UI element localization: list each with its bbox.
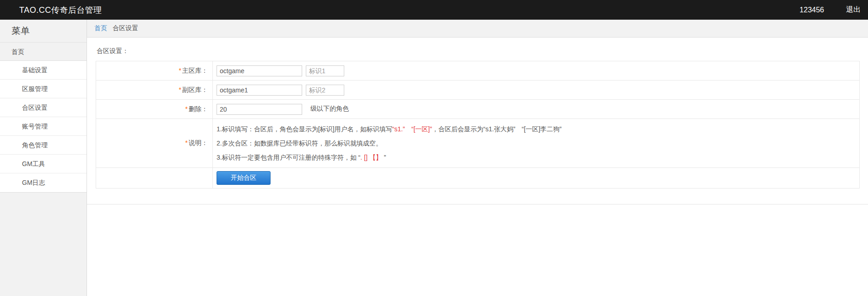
secondary-db-row: *副区库： (96, 81, 860, 100)
required-asterisk: * (179, 86, 181, 93)
start-merge-button[interactable]: 开始合区 (217, 171, 271, 185)
app-title: TAO.CC传奇后台管理 (19, 5, 102, 16)
primary-db-input[interactable] (217, 65, 302, 76)
user-account-link[interactable]: 123456 (800, 6, 824, 14)
main-content: 首页 合区设置 合区设置： *主区库： *副区库： (87, 20, 868, 296)
sidebar: 菜单 首页 基础设置 区服管理 合区设置 账号管理 角色管理 GM工具 GM日志 (0, 20, 87, 296)
delete-value-cell: 级以下的角色 (213, 100, 860, 119)
primary-db-label-cell: *主区库： (96, 61, 213, 81)
secondary-tag-input[interactable] (306, 85, 344, 96)
note-line-3: 3.标识符一定要包含用户不可注册的特殊字符，如 “. [] 【】 ” (217, 153, 859, 162)
note-line-1: 1.标识填写：合区后，角色会显示为[标识]用户名，如标识填写“s1.” “[一区… (217, 124, 859, 134)
note-highlight-segment: “s1.” (392, 125, 405, 133)
logout-link[interactable]: 退出 (846, 5, 861, 15)
note-text-segment (405, 125, 411, 133)
submit-label-cell (96, 168, 213, 188)
note-text-segment: 3.标识符一定要包含用户不可注册的特殊字符，如 “ (217, 154, 360, 161)
topbar: TAO.CC传奇后台管理 123456 退出 (0, 0, 868, 20)
note-row: *说明： 1.标识填写：合区后，角色会显示为[标识]用户名，如标识填写“s1.”… (96, 119, 860, 168)
topbar-right: 123456 退出 (800, 5, 868, 15)
submit-cell: 开始合区 (213, 168, 860, 188)
delete-level-input[interactable] (217, 104, 302, 115)
primary-db-label: 主区库： (182, 67, 208, 74)
note-text-segment: ” (382, 154, 386, 161)
form-title: 合区设置： (97, 47, 868, 55)
secondary-db-input[interactable] (217, 85, 302, 96)
sidebar-item-home[interactable]: 首页 (0, 43, 87, 61)
note-text-segment: ，合区后会显示为“s1.张大妈” “[一区]李二狗” (432, 125, 562, 133)
sidebar-title: 菜单 (0, 20, 87, 43)
sidebar-item-gm-tools[interactable]: GM工具 (0, 155, 87, 173)
sidebar-item-server-management[interactable]: 区服管理 (0, 80, 87, 98)
page-layout: 菜单 首页 基础设置 区服管理 合区设置 账号管理 角色管理 GM工具 GM日志… (0, 20, 868, 296)
breadcrumb-home-link[interactable]: 首页 (94, 24, 107, 32)
delete-label: 删除： (189, 105, 208, 113)
secondary-db-label-cell: *副区库： (96, 81, 213, 100)
content-divider (87, 204, 868, 205)
delete-level-row: *删除： 级以下的角色 (96, 100, 860, 119)
note-highlight-segment: “[一区]” (411, 125, 432, 133)
note-highlight-segment: . [] 【】 (360, 154, 382, 161)
delete-label-cell: *删除： (96, 100, 213, 119)
secondary-db-label: 副区库： (182, 86, 208, 93)
breadcrumb-current: 合区设置 (113, 24, 138, 32)
secondary-db-value-cell (213, 81, 860, 100)
required-asterisk: * (185, 105, 188, 113)
sidebar-item-gm-logs[interactable]: GM日志 (0, 173, 87, 192)
breadcrumb: 首页 合区设置 (87, 20, 868, 38)
sidebar-item-role-management[interactable]: 角色管理 (0, 136, 87, 155)
note-text-segment: 1.标识填写：合区后，角色会显示为[标识]用户名，如标识填写 (217, 125, 392, 133)
sidebar-menu: 基础设置 区服管理 合区设置 账号管理 角色管理 GM工具 GM日志 (0, 61, 87, 193)
note-line-2: 2.多次合区：如数据库已经带标识符，那么标识就填成空。 (217, 139, 859, 148)
note-label-cell: *说明： (96, 119, 213, 168)
submit-row: 开始合区 (96, 168, 860, 188)
primary-tag-input[interactable] (306, 65, 344, 76)
note-label: 说明： (189, 139, 208, 146)
note-content-cell: 1.标识填写：合区后，角色会显示为[标识]用户名，如标识填写“s1.” “[一区… (213, 119, 860, 168)
delete-suffix-text: 级以下的角色 (310, 105, 349, 112)
sidebar-item-account-management[interactable]: 账号管理 (0, 117, 87, 136)
required-asterisk: * (185, 139, 188, 146)
sidebar-item-base-settings[interactable]: 基础设置 (0, 61, 87, 80)
primary-db-row: *主区库： (96, 61, 860, 81)
merge-settings-form: *主区库： *副区库： *删除： (96, 61, 860, 188)
sidebar-item-merge-settings[interactable]: 合区设置 (0, 98, 87, 117)
primary-db-value-cell (213, 61, 860, 81)
required-asterisk: * (179, 67, 181, 74)
